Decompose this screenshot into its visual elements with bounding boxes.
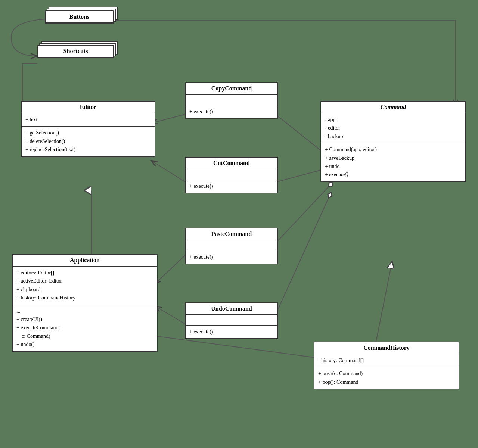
buttons-header: Buttons [46, 11, 113, 23]
svg-line-4 [151, 161, 187, 183]
application-box: Application + editors: Editor[] + active… [12, 254, 158, 352]
paste-command-header: PasteCommand [186, 228, 277, 240]
command-history-section2: + push(c: Command) + pop(): Command [314, 367, 459, 389]
editor-section1: + text [22, 113, 155, 127]
application-section2: ... + createUI() + executeCommand( c: Co… [13, 305, 157, 351]
copy-command-header: CopyCommand [186, 83, 277, 95]
command-header: Command [321, 102, 465, 113]
cut-command-header: CutCommand [186, 158, 277, 169]
command-section2: + Command(app, editor) + saveBackup + un… [321, 143, 465, 181]
copy-command-box: CopyCommand + execute() [185, 82, 278, 119]
cut-command-section1 [186, 169, 277, 180]
application-section1: + editors: Editor[] + activeEditor: Edit… [13, 267, 157, 305]
svg-line-12 [373, 261, 392, 355]
editor-section2: + getSelection() + deleteSelection() + r… [22, 127, 155, 156]
copy-command-section1 [186, 95, 277, 105]
buttons-box: Buttons [45, 10, 114, 24]
shortcuts-box: Shortcuts [37, 45, 114, 58]
command-history-header: CommandHistory [314, 342, 459, 354]
shortcuts-header: Shortcuts [38, 46, 113, 57]
paste-command-section2: + execute() [186, 251, 277, 264]
undo-command-header: UndoCommand [186, 303, 277, 315]
command-history-section1: - history: Command[] [314, 354, 459, 367]
svg-line-3 [151, 114, 187, 123]
svg-line-10 [273, 198, 329, 321]
svg-line-6 [155, 306, 187, 325]
svg-line-5 [155, 254, 187, 284]
editor-box: Editor + text + getSelection() + deleteS… [21, 101, 155, 157]
application-header: Application [13, 255, 157, 267]
editor-header: Editor [22, 102, 155, 113]
svg-line-9 [273, 187, 329, 246]
undo-command-section2: + execute() [186, 326, 277, 338]
cut-command-section2: + execute() [186, 180, 277, 193]
paste-command-box: PasteCommand + execute() [185, 228, 278, 264]
undo-command-section1 [186, 315, 277, 326]
undo-command-box: UndoCommand + execute() [185, 302, 278, 339]
command-history-box: CommandHistory - history: Command[] + pu… [314, 342, 459, 389]
command-box: Command - app - editor - backup + Comman… [320, 101, 466, 182]
command-section1: - app - editor - backup [321, 113, 465, 143]
copy-command-section2: + execute() [186, 105, 277, 118]
paste-command-section1 [186, 240, 277, 251]
cut-command-box: CutCommand + execute() [185, 157, 278, 193]
